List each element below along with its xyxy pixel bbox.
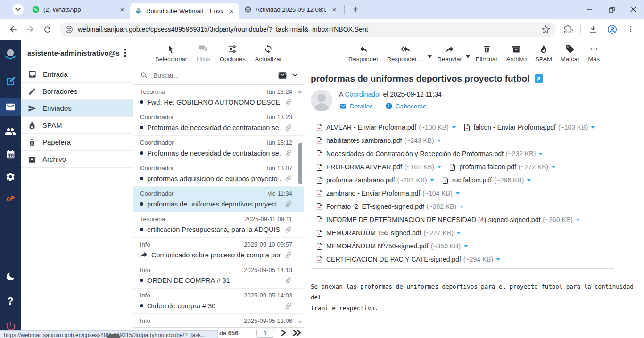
attachment-menu-caret-icon[interactable] [438,166,441,168]
search-options-chevron-icon[interactable] [292,73,298,77]
attachment-item[interactable]: PROFORMA ALVEAR.pdf (~161 KB) [316,160,441,173]
message-list-item[interactable]: Info 2025-09-05 14:13 ORDEN DE COMPRA # … [133,263,304,289]
restore-button[interactable] [601,0,622,19]
scrollbar-down-arrow[interactable] [297,321,302,324]
new-tab-button[interactable]: + [349,3,362,16]
reload-button[interactable] [40,22,55,37]
message-list-item[interactable]: Info 2025-09-05 13:06 [133,314,304,327]
address-bar[interactable]: webmail.sanjuan.gob.ec/cpsess4895969315/… [59,22,556,37]
attachment-item[interactable]: proforma zambrano.pdf (~281 KB) [316,173,434,187]
reply-all-button[interactable]: Responder ... [387,44,424,63]
tab-close-icon[interactable]: × [330,5,339,14]
attachment-item[interactable]: proforma falcon.pdf (~272 KB) [449,160,555,173]
archive-button[interactable]: Archivo [506,44,527,63]
tab-whatsapp[interactable]: (2) WhatsApp × [27,0,130,19]
spam-button[interactable]: SPAM [535,44,552,63]
tab-roundcube-active[interactable]: Roundcube Webmail :: Enviados × [130,3,239,19]
attachment-item[interactable]: Formato_2_ET-signed-signed.pdf (~382 KB) [316,200,463,213]
close-window-button[interactable] [622,0,644,19]
message-list-item[interactable]: Tesoreria lun 13:24 Fwd: Re: GOBIERNO AU… [133,85,304,110]
folder-item-spam[interactable]: SPAM [21,117,133,134]
downloads-icon[interactable] [586,22,601,37]
forward-menu-caret-icon[interactable] [466,55,470,58]
options-button[interactable]: Opciones [220,44,246,63]
folder-item-entrada[interactable]: Entrada [21,66,133,83]
back-button[interactable] [6,22,21,37]
attachment-item[interactable]: ALVEAR - Enviar Proforma.pdf (~100 KB) [316,121,456,134]
page-number-input[interactable]: 1 [256,329,274,338]
folder-options-kebab-icon[interactable] [120,49,130,57]
message-list-item[interactable]: Coordinador lun 13:07 proformas adquisic… [133,161,304,187]
forward-button[interactable] [23,22,38,37]
resize-handle[interactable] [107,334,120,338]
attachment-item[interactable]: ruc falcon.pdf (~296 KB) [442,173,531,187]
threads-button[interactable]: Hilos [197,44,210,63]
tab-search-button[interactable] [12,4,24,15]
attachment-item[interactable]: INFORME DE DETERMINACION DE NECESIDAD (4… [316,213,580,226]
settings-nav-button[interactable] [0,167,21,186]
next-page-button[interactable] [281,330,286,336]
attachment-item[interactable]: Necesidades de Contratación y Recepción … [316,147,543,160]
attachment-item[interactable]: MEMORÁNDUM Nº750-signed.pdf (~350 KB) [316,239,468,253]
contacts-nav-button[interactable] [0,122,21,141]
tab-actividad[interactable]: Actividad 2025-09-12 08:00:00 × [239,0,342,19]
refresh-button[interactable]: Actualizar [255,44,282,63]
tab-close-icon[interactable]: × [118,5,126,14]
attachment-menu-caret-icon[interactable] [456,192,460,195]
attachment-menu-caret-icon[interactable] [452,126,456,129]
delete-button[interactable]: Eliminar [476,44,498,63]
reply-button[interactable]: Responder [348,44,379,63]
message-list-item[interactable]: Tesoreria 2025-09-11 09:11 ertificación … [133,212,304,238]
message-list-item[interactable]: Info 2025-09-05 14:03 Orden de compra # … [133,289,304,314]
folder-item-archivo[interactable]: Archivo [21,151,133,168]
last-page-button[interactable] [292,330,301,336]
attachment-item[interactable]: falcon - Enviar Proforma.pdf (~103 KB) [463,121,595,134]
search-input[interactable] [153,72,273,79]
forward-button[interactable]: Reenviar [438,44,462,63]
scrollbar-up-arrow[interactable] [297,90,302,93]
folder-item-papelera[interactable]: Papelera [21,134,133,151]
search-scope-envelope-icon[interactable] [278,71,287,80]
mail-nav-button-active[interactable] [0,98,21,116]
headers-toggle[interactable]: Cabeceras [385,102,426,110]
open-in-new-window-icon[interactable] [535,74,543,83]
attachment-item[interactable]: CERTIFICACION DE PAC Y CATE-signed.pdf (… [316,253,500,266]
folder-item-enviados[interactable]: Enviados [21,100,133,117]
cpanel-link[interactable]: cP [0,189,21,208]
attachment-menu-caret-icon[interactable] [438,140,441,142]
attachment-menu-caret-icon[interactable] [464,245,468,247]
mark-button[interactable]: Marcar [561,44,579,63]
reply-all-menu-caret-icon[interactable] [428,55,432,58]
attachment-menu-caret-icon[interactable] [496,258,500,261]
message-list-item[interactable]: Coordinador lun 13:23 Proformas de neces… [133,110,304,136]
site-settings-icon[interactable] [65,25,73,33]
message-list-item[interactable]: Coordinador vie 11:34 proformas de unifo… [133,187,304,212]
recipient-link[interactable]: Coordinador [345,91,381,98]
scrollbar-thumb[interactable] [298,143,302,184]
folder-item-borradores[interactable]: Borradores [21,83,133,100]
message-list-item[interactable]: Info 2025-09-10 09:57 Comunicado sobre p… [133,238,304,263]
attachment-menu-caret-icon[interactable] [539,153,543,155]
attachment-item[interactable]: habilitantes xambrano.pdf (~243 KB) [316,134,441,147]
calendar-nav-button[interactable] [0,145,21,164]
menu-kebab-icon[interactable] [623,22,638,37]
attachment-menu-caret-icon[interactable] [460,206,463,208]
minimize-button[interactable] [579,0,601,19]
url-text[interactable]: webmail.sanjuan.gob.ec/cpsess4895969315/… [78,25,541,33]
compose-button[interactable] [0,72,21,91]
select-button[interactable]: Seleccionar [155,44,187,63]
attachment-item[interactable]: MEMORANDUM 159-signed.pdf (~227 KB) [316,226,461,239]
message-list-item[interactable]: Coordinador lun 13:12 Proformas de neces… [133,136,304,161]
bookmark-star-icon[interactable] [541,25,550,34]
tab-close-icon[interactable]: × [227,7,236,15]
extensions-icon[interactable] [561,22,576,37]
more-button[interactable]: Más [588,44,600,63]
attachment-menu-caret-icon[interactable] [552,166,555,168]
help-button[interactable]: ? [0,292,21,311]
attachment-menu-caret-icon[interactable] [457,232,461,234]
attachment-menu-caret-icon[interactable] [576,219,580,221]
profile-avatar-icon[interactable] [604,22,619,37]
dark-mode-toggle[interactable] [0,267,21,286]
attachment-menu-caret-icon[interactable] [527,179,531,181]
attachment-menu-caret-icon[interactable] [430,179,434,181]
